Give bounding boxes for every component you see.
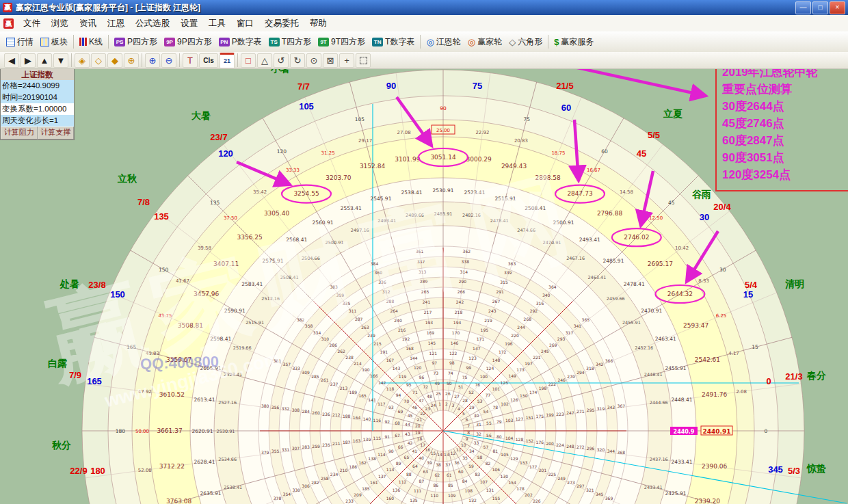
svg-text:48: 48 (427, 394, 432, 399)
zoom-in-button[interactable]: ⊕ (145, 53, 160, 68)
diamond-tool-3-button[interactable]: ◆ (107, 53, 122, 68)
toolbar-button-badge[interactable]: 9T9T四方形 (315, 34, 369, 50)
cls-button-button[interactable]: Cls (199, 53, 218, 68)
svg-text:82: 82 (486, 461, 491, 466)
menu-item-1[interactable]: 浏览 (46, 16, 74, 31)
toolbar-button-sector-grid[interactable]: 板块 (37, 34, 71, 50)
info-row-0: 价格=2440.9099 (1, 80, 74, 92)
svg-text:90: 90 (388, 449, 394, 453)
svg-text:2530.91: 2530.91 (217, 429, 235, 434)
menu-item-6[interactable]: 工具 (203, 16, 231, 31)
svg-text:177: 177 (529, 464, 538, 469)
svg-text:2497.16: 2497.16 (351, 228, 369, 233)
svg-text:25: 25 (436, 391, 441, 396)
svg-text:76: 76 (475, 382, 480, 387)
svg-text:2613.41: 2613.41 (194, 397, 215, 403)
svg-text:54: 54 (483, 409, 489, 414)
toolbar-button-kline[interactable]: K线 (76, 34, 106, 50)
svg-text:130: 130 (501, 474, 509, 479)
filter-button[interactable]: ▼ (53, 53, 68, 68)
svg-text:264: 264 (390, 308, 398, 313)
maximize-button[interactable]: □ (812, 1, 828, 14)
calc-support-button[interactable]: 计算支撑 (38, 127, 75, 140)
toolbar-button-badge[interactable]: PNP数字表 (215, 34, 265, 50)
toolbar-button-service-dollar[interactable]: $赢家服务 (551, 34, 597, 50)
svg-text:246: 246 (557, 377, 566, 382)
svg-text:11: 11 (456, 447, 462, 452)
svg-text:0: 0 (765, 428, 768, 434)
svg-text:261: 261 (321, 377, 329, 382)
menu-item-4[interactable]: 公式选股 (130, 16, 175, 31)
diamond-tool-2-button[interactable]: ◇ (91, 53, 106, 68)
toolbar-button-winner-wheel[interactable]: ◎赢家轮 (464, 34, 505, 50)
toolbar-button-quotes-grid[interactable]: 行情 (3, 34, 37, 50)
toolbar-button-badge[interactable]: TNT数字表 (369, 34, 418, 50)
svg-text:190: 190 (362, 367, 370, 372)
svg-text:272: 272 (577, 445, 585, 449)
svg-text:219: 219 (484, 318, 492, 323)
circle-tool-button[interactable]: ⊙ (306, 53, 321, 68)
toolbar-button-hexagon[interactable]: ◇六角形 (505, 34, 546, 50)
cross-rect-tool-button[interactable]: ⊠ (323, 53, 338, 68)
menu-item-8[interactable]: 交易委托 (259, 16, 304, 31)
svg-text:307: 307 (292, 446, 300, 451)
svg-text:2538.41: 2538.41 (224, 485, 242, 490)
select-region-tool-button[interactable] (356, 53, 371, 68)
svg-text:126: 126 (510, 397, 518, 402)
svg-text:317: 317 (566, 330, 574, 335)
rotate-right-tool-button[interactable]: ↻ (290, 53, 305, 68)
diamond-tool-1-button[interactable]: ◈ (75, 53, 90, 68)
svg-text:286: 286 (330, 343, 338, 347)
toolbar-separator (73, 35, 74, 49)
toolbar-button-badge[interactable]: 9P9P四方形 (161, 34, 215, 50)
toolbar-label: T数字表 (385, 36, 414, 48)
svg-text:64: 64 (412, 464, 418, 468)
forward-button[interactable]: ▶ (21, 53, 36, 68)
toolbar-button-badge[interactable]: TST四方形 (265, 34, 315, 50)
svg-text:131: 131 (486, 488, 494, 492)
rect-tool-button[interactable]: □ (241, 53, 256, 68)
svg-text:222: 222 (548, 382, 557, 386)
text-tool-button[interactable]: T (183, 53, 198, 68)
toolbar-button-gann-wheel[interactable]: ◎江恩轮 (423, 34, 464, 50)
rotate-left-tool-button[interactable]: ↺ (274, 53, 289, 68)
svg-text:2500.91: 2500.91 (553, 220, 574, 226)
menu-item-5[interactable]: 设置 (175, 16, 203, 31)
cursor-button[interactable]: ▲ (37, 53, 52, 68)
menu-item-2[interactable]: 资讯 (74, 16, 102, 31)
close-button[interactable]: × (830, 1, 845, 14)
svg-text:163: 163 (353, 438, 361, 443)
svg-text:5: 5 (462, 411, 465, 416)
sector-grid-icon (40, 38, 49, 47)
svg-text:165: 165 (127, 344, 137, 350)
toolbar-button-badge[interactable]: PSP四方形 (111, 34, 161, 50)
calendar-button[interactable]: 21 (220, 53, 235, 68)
annotation-line-6: 120度3254点 (722, 166, 848, 183)
back-button[interactable]: ◀ (4, 53, 19, 68)
crosshair-tool-button[interactable]: + (339, 53, 354, 68)
annotation-line-4: 60度2847点 (722, 132, 848, 149)
triangle-tool-button[interactable]: △ (257, 53, 272, 68)
svg-text:345: 345 (596, 492, 604, 496)
svg-text:248: 248 (566, 444, 574, 449)
zoom-out-button[interactable]: ⊖ (161, 53, 176, 68)
svg-text:6.25: 6.25 (716, 313, 727, 319)
svg-text:362: 362 (463, 249, 471, 254)
svg-text:366: 366 (605, 358, 613, 363)
menu-item-9[interactable]: 帮助 (304, 16, 332, 31)
annotation-line-3: 45度2746点 (722, 115, 848, 132)
menu-item-0[interactable]: 文件 (18, 16, 46, 31)
menu-item-7[interactable]: 窗口 (231, 16, 259, 31)
menu-item-3[interactable]: 江恩 (102, 16, 130, 31)
svg-text:2949.43: 2949.43 (501, 163, 527, 170)
minimize-button[interactable]: — (795, 1, 811, 14)
calc-resistance-button[interactable]: 计算阻力 (1, 127, 38, 140)
svg-text:2390.06: 2390.06 (702, 463, 727, 470)
svg-text:154: 154 (508, 480, 516, 485)
svg-text:92: 92 (384, 419, 390, 424)
badge-icon: 9P (164, 38, 175, 47)
diamond-tool-4-button[interactable]: ⊕ (124, 53, 139, 68)
svg-text:101: 101 (492, 386, 501, 391)
svg-text:2598.41: 2598.41 (210, 336, 231, 342)
toolbar-label: P数字表 (232, 36, 262, 48)
